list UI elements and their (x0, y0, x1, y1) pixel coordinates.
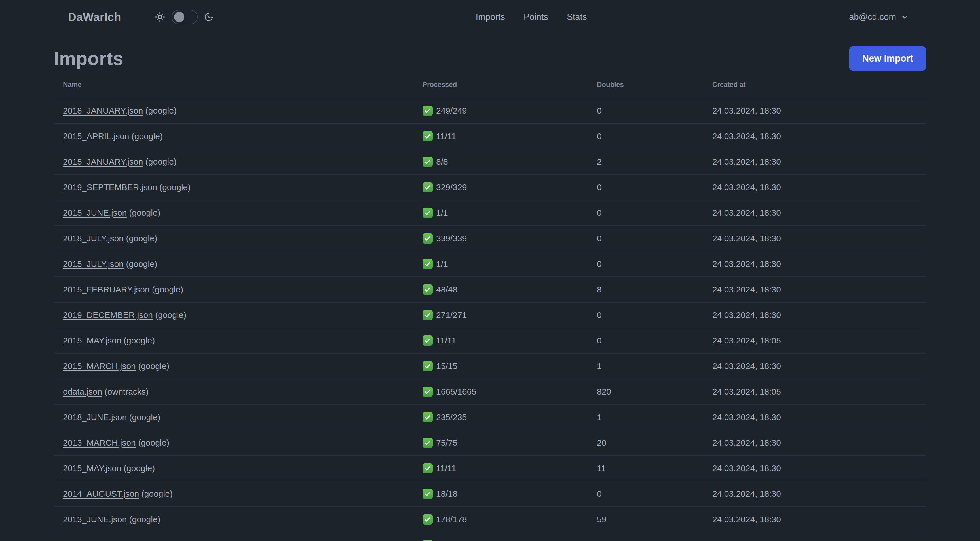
doubles-count: 2 (597, 157, 712, 167)
nav-link-stats[interactable]: Stats (567, 12, 587, 22)
doubles-count: 59 (597, 515, 712, 524)
table-row: 2015_MAY.json (google) 11/11 11 24.03.20… (54, 455, 926, 481)
name-cell: 2015_MARCH.json (google) (63, 361, 423, 371)
import-source: (google) (124, 463, 155, 473)
import-file-link[interactable]: 2019_SEPTEMBER.json (63, 182, 157, 192)
doubles-count: 0 (597, 259, 712, 269)
name-cell: 2018_JUNE.json (google) (63, 412, 423, 422)
doubles-count: 11 (597, 463, 712, 473)
created-at: 24.03.2024, 18:30 (712, 259, 917, 269)
theme-toggle[interactable] (172, 10, 198, 24)
name-cell: 2015_MAY.json (google) (63, 463, 423, 473)
column-header-created-at: Created at (712, 81, 917, 89)
processed-count: 11/11 (436, 131, 456, 141)
page-title: Imports (54, 48, 124, 69)
column-header-name: Name (63, 81, 423, 89)
processed-cell: 75/75 (423, 438, 597, 448)
processed-count: 15/15 (436, 361, 457, 371)
doubles-count: 20 (597, 438, 712, 448)
import-file-link[interactable]: 2015_MAY.json (63, 463, 121, 473)
import-file-link[interactable]: 2015_JUNE.json (63, 208, 127, 217)
import-file-link[interactable]: 2015_FEBRUARY.json (63, 285, 150, 294)
page-header: Imports New import (54, 45, 926, 72)
import-source: (google) (145, 106, 177, 115)
processed-cell: 11/11 (423, 335, 597, 346)
name-cell: 2018_JANUARY.json (google) (63, 106, 423, 115)
success-check-icon (423, 284, 433, 295)
success-check-icon (423, 489, 433, 499)
doubles-count: 820 (597, 387, 712, 397)
name-cell: 2019_SEPTEMBER.json (google) (63, 182, 423, 192)
new-import-button[interactable]: New import (849, 46, 926, 71)
import-source: (google) (129, 515, 160, 524)
moon-icon (204, 12, 213, 22)
import-source: (google) (155, 310, 186, 319)
processed-count: 178/178 (436, 515, 467, 524)
success-check-icon (423, 157, 433, 167)
import-source: (google) (132, 131, 163, 141)
import-file-link[interactable]: 2018_JULY.json (63, 234, 124, 243)
processed-count: 48/48 (436, 285, 457, 294)
import-file-link[interactable]: 2015_JANUARY.json (63, 157, 143, 166)
processed-count: 18/18 (436, 489, 457, 499)
processed-cell: 178/178 (423, 514, 597, 525)
doubles-count: 0 (597, 182, 712, 192)
import-file-link[interactable]: 2018_JANUARY.json (63, 106, 143, 115)
created-at: 24.03.2024, 18:30 (712, 489, 917, 499)
import-file-link[interactable]: odata.json (63, 387, 102, 396)
processed-cell: 249/249 (423, 105, 597, 116)
name-cell: 2015_MAY.json (google) (63, 336, 423, 345)
app-logo[interactable]: DaWarIch (68, 11, 121, 24)
doubles-count: 1 (597, 361, 712, 371)
import-file-link[interactable]: 2015_MARCH.json (63, 361, 136, 371)
created-at: 24.03.2024, 18:30 (712, 412, 917, 422)
processed-cell: 48/48 (423, 284, 597, 295)
table-row: 2014_AUGUST.json (google) 18/18 0 24.03.… (54, 481, 926, 506)
doubles-count: 0 (597, 336, 712, 345)
import-source: (google) (129, 412, 160, 422)
import-file-link[interactable]: 2015_MAY.json (63, 336, 121, 345)
created-at: 24.03.2024, 18:30 (712, 285, 917, 294)
success-check-icon (423, 233, 433, 244)
import-source: (google) (124, 336, 155, 345)
processed-cell (423, 540, 597, 541)
success-check-icon (423, 361, 433, 371)
table-row: 2013_JUNE.json (google) 178/178 59 24.03… (54, 506, 926, 532)
user-email: ab@cd.com (849, 12, 896, 22)
processed-count: 339/339 (436, 234, 467, 243)
processed-count: 75/75 (436, 438, 457, 448)
created-at: 24.03.2024, 18:30 (712, 310, 917, 320)
doubles-count: 1 (597, 412, 712, 422)
created-at: 24.03.2024, 18:30 (712, 438, 917, 448)
processed-count: 8/8 (436, 157, 448, 167)
import-file-link[interactable]: 2018_JUNE.json (63, 412, 127, 422)
user-menu[interactable]: ab@cd.com (849, 12, 909, 22)
imports-page: Imports New import Name Processed Double… (54, 45, 926, 541)
processed-count: 1/1 (436, 259, 448, 269)
success-check-icon (423, 259, 433, 269)
import-file-link[interactable]: 2015_APRIL.json (63, 131, 129, 141)
processed-cell: 339/339 (423, 233, 597, 244)
doubles-count: 0 (597, 208, 712, 218)
success-check-icon (423, 540, 433, 541)
created-at: 24.03.2024, 18:30 (712, 106, 917, 115)
processed-cell: 235/235 (423, 412, 597, 422)
imports-table: Name Processed Doubles Created at 2018_J… (54, 72, 926, 541)
import-source: (google) (145, 157, 177, 166)
import-file-link[interactable]: 2015_JULY.json (63, 259, 124, 268)
table-row: 2019_DECEMBER.json (google) 271/271 0 24… (54, 302, 926, 327)
created-at: 24.03.2024, 18:05 (712, 387, 917, 397)
nav-link-points[interactable]: Points (524, 12, 548, 22)
import-file-link[interactable]: 2013_MARCH.json (63, 438, 136, 447)
processed-count: 249/249 (436, 106, 467, 115)
success-check-icon (423, 412, 433, 422)
import-file-link[interactable]: 2014_AUGUST.json (63, 489, 139, 498)
import-file-link[interactable]: 2019_DECEMBER.json (63, 310, 153, 319)
nav-link-imports[interactable]: Imports (476, 12, 505, 22)
import-source: (google) (138, 438, 169, 447)
import-file-link[interactable]: 2013_JUNE.json (63, 515, 127, 524)
created-at: 24.03.2024, 18:30 (712, 182, 917, 192)
name-cell: 2014_AUGUST.json (google) (63, 489, 423, 499)
created-at: 24.03.2024, 18:30 (712, 157, 917, 167)
created-at: 24.03.2024, 18:30 (712, 361, 917, 371)
